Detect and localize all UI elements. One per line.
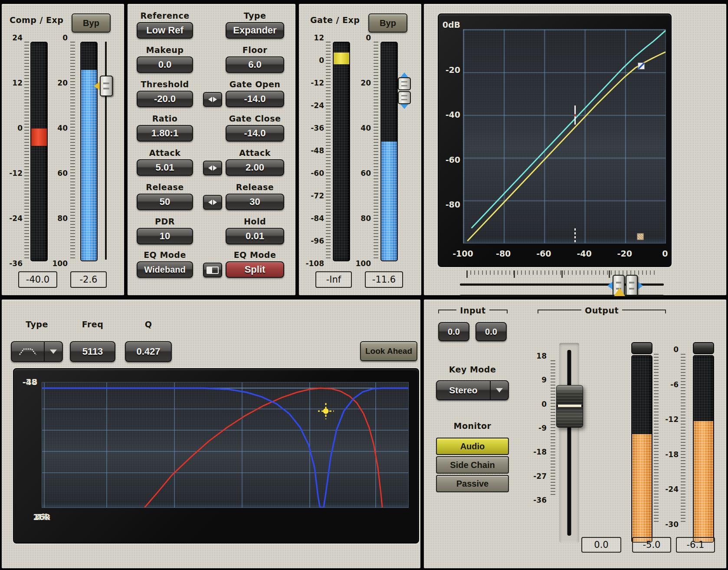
gate-close-handle[interactable] (398, 91, 411, 104)
dynamics-controls-panel: Reference Type Low Ref Expander Makeup F… (128, 4, 295, 295)
split-view-button[interactable] (203, 263, 222, 277)
comp-threshold-slider-handle[interactable] (94, 76, 113, 96)
reference-button[interactable]: Low Ref (137, 22, 193, 39)
comp-makeup-readout: -2.6 (70, 271, 107, 288)
input-right-value[interactable]: 0.0 (475, 322, 507, 341)
filter-type-dropdown[interactable] (11, 341, 63, 362)
filter-freq-value[interactable]: 5113 (70, 341, 115, 362)
makeup-label: Makeup (137, 45, 193, 55)
output-meter-scale: 0-6-12-18-24-30 (659, 349, 679, 524)
threshold-value[interactable]: -20.0 (137, 91, 193, 107)
gate-exp-title: Gate / Exp (310, 15, 360, 25)
input-label: Input (456, 306, 489, 315)
monitor-audio-button[interactable]: Audio (436, 438, 509, 455)
attack-link-button[interactable] (203, 161, 222, 175)
filter-q-label: Q (125, 320, 172, 329)
fader-slot (567, 350, 571, 536)
gate-release-value[interactable]: 30 (226, 194, 284, 210)
output-meter-right-fill (694, 421, 713, 542)
output-meter-ticks-right (681, 354, 685, 523)
gate-open-value[interactable]: -14.0 (226, 91, 284, 107)
filter-q-value[interactable]: 0.427 (125, 341, 172, 362)
link-left-arrow-icon (208, 200, 212, 205)
plugin-window: Comp / Exp Byp 24120-12-24-36 0204060801… (0, 0, 728, 570)
gate-threshold-double-handle[interactable] (398, 72, 411, 109)
gate-exp-panel: Gate / Exp Byp 120-12-24-36-48-60-72-84-… (299, 4, 421, 295)
gate-attack-label: Attack (226, 148, 284, 158)
output-meter-right-cap (693, 342, 714, 354)
output-meter-left (631, 355, 653, 543)
output-meter-left-cap (631, 342, 653, 354)
gate-thresholds-double-handle[interactable] (607, 275, 643, 297)
key-mode-label: Key Mode (438, 365, 507, 374)
comp-release-value[interactable]: 50 (137, 194, 193, 210)
type-button[interactable]: Expander (226, 22, 284, 39)
threshold-bottom-marker[interactable] (574, 228, 576, 242)
pdr-label: PDR (137, 217, 193, 226)
eq-mode-split-button[interactable]: Split (226, 261, 284, 278)
key-mode-dropdown[interactable]: Stereo (436, 380, 509, 400)
comp-threshold-arrow-icon (94, 82, 100, 90)
threshold-marker[interactable] (574, 105, 576, 125)
comp-activity-scale: 020406080100 (48, 38, 68, 264)
output-group-bracket: Output (538, 306, 666, 315)
transfer-curves (463, 30, 666, 243)
ratio-value[interactable]: 1.80:1 (137, 125, 193, 142)
output-fader-knob[interactable] (556, 385, 583, 428)
pdr-value[interactable]: 10 (137, 228, 193, 244)
transfer-x-axis-labels: -100-80-60-40-200 (453, 249, 676, 258)
gate-close-slider-handle[interactable] (626, 275, 638, 297)
output-meter-right (693, 355, 714, 543)
curve-handle-icon[interactable] (638, 63, 645, 69)
band-marker-icon[interactable] (323, 409, 329, 414)
floor-label: Floor (226, 45, 284, 55)
gate-bypass-button[interactable]: Byp (368, 13, 407, 33)
comp-exp-panel: Comp / Exp Byp 24120-12-24-36 0204060801… (2, 4, 124, 295)
input-group-bracket: Input (438, 306, 508, 315)
io-panel: Input 0.0 0.0 Key Mode Stereo Monitor Au… (424, 300, 726, 568)
output-meter-ticks-left (654, 354, 659, 523)
curve-bottom-handle-icon[interactable] (637, 234, 643, 240)
gate-level-yellow-segment (334, 53, 349, 65)
gate-close-readout: -11.6 (365, 271, 403, 288)
output-meter-left-fill (632, 434, 652, 542)
slider-right-arrow-icon (638, 282, 643, 290)
comp-attack-value[interactable]: 5.01 (137, 159, 193, 176)
comp-threshold-slider-track[interactable] (105, 42, 107, 260)
gate-attack-value[interactable]: 2.00 (226, 159, 284, 176)
monitor-label: Monitor (438, 421, 507, 431)
floor-value[interactable]: 6.0 (226, 56, 284, 73)
comp-exp-title: Comp / Exp (10, 15, 63, 25)
comp-gain-reduction-meter (30, 42, 48, 261)
gate-activity-scale: 020406080100 (351, 38, 371, 264)
threshold-link-button[interactable] (203, 92, 222, 107)
release-link-button[interactable] (203, 195, 222, 210)
eq-mode-left-label: EQ Mode (137, 250, 193, 260)
gate-close-value[interactable]: -14.0 (226, 125, 284, 142)
makeup-value[interactable]: 0.0 (137, 56, 193, 73)
dropdown-arrow-icon (45, 342, 62, 361)
comp-transfer-curve (472, 30, 666, 228)
gate-open-label: Gate Open (226, 79, 284, 89)
fader-ticks (551, 360, 555, 496)
monitor-side-chain-button[interactable]: Side Chain (436, 456, 509, 474)
monitor-passive-button[interactable]: Passive (436, 475, 509, 492)
comp-release-label: Release (137, 182, 193, 192)
comp-threshold-slider-track-h[interactable] (460, 295, 664, 297)
comp-gr-scale: 24120-12-24-36 (3, 38, 23, 264)
eq-mode-wideband-button[interactable]: Wideband (137, 261, 193, 278)
input-left-value[interactable]: 0.0 (438, 322, 469, 341)
output-fader-track[interactable] (559, 343, 579, 543)
link-right-arrow-icon (213, 165, 217, 171)
gate-activity-fill (381, 142, 397, 260)
comp-bypass-button[interactable]: Byp (72, 13, 111, 33)
look-ahead-button[interactable]: Look Ahead (360, 341, 417, 361)
gate-open-handle[interactable] (398, 77, 411, 90)
eq-graph-bezel: 0-12-24-36-48 16622501k4k16k (13, 368, 419, 544)
eq-curves (42, 382, 408, 507)
hold-value[interactable]: 0.01 (226, 228, 284, 244)
comp-threshold-triangle-handle[interactable] (614, 288, 625, 296)
gate-handle-up-arrow-icon (400, 72, 408, 77)
transfer-graph-bezel: 0dB-20-40-60-80 -100-80-60-40-200 (438, 13, 672, 267)
reference-label: Reference (137, 11, 193, 20)
